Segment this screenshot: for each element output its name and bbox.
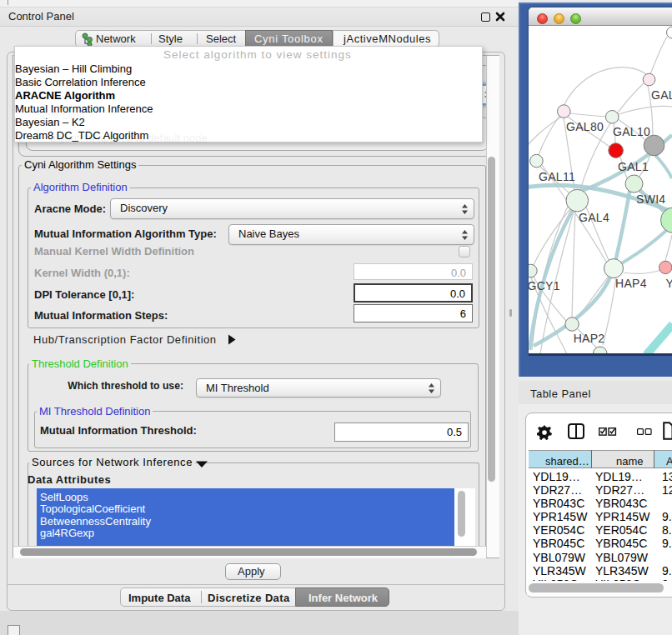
svg-text:GAL1: GAL1 — [618, 160, 649, 173]
svg-text:GAL80: GAL80 — [566, 120, 604, 133]
svg-text:HAP2: HAP2 — [574, 332, 605, 345]
svg-text:GAL8: GAL8 — [651, 88, 672, 102]
svg-text:YB: YB — [666, 277, 672, 290]
svg-text:SWI4: SWI4 — [636, 192, 665, 206]
svg-text:GAL4: GAL4 — [579, 211, 609, 224]
svg-text:HAP4: HAP4 — [615, 277, 647, 290]
svg-text:GCY1: GCY1 — [529, 279, 560, 292]
svg-text:GAL10: GAL10 — [613, 125, 650, 138]
svg-text:GAL11: GAL11 — [539, 170, 575, 183]
